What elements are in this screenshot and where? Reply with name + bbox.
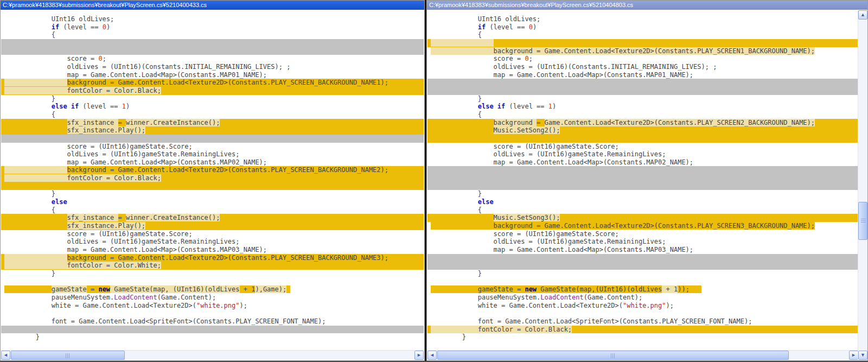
diff-code-line[interactable] xyxy=(427,39,858,47)
code-line[interactable]: UInt16 oldLives; xyxy=(1,15,424,23)
code-line[interactable]: oldLives = (UInt16)gameState.RemainingLi… xyxy=(1,238,424,246)
diff-code-line[interactable]: fontColor = Color.Black; xyxy=(1,174,424,182)
left-horizontal-scrollbar[interactable]: ◄ ► xyxy=(1,350,424,360)
diff-code-line[interactable]: fontColor = Color.White; xyxy=(1,262,424,270)
code-line[interactable]: oldLives = (UInt16)(Constants.INITIAL_RE… xyxy=(427,63,858,71)
code-line[interactable]: { xyxy=(427,206,858,214)
code-line[interactable]: oldLives = (UInt16)gameState.RemainingLi… xyxy=(427,150,858,158)
left-horizontal-scroll-thumb[interactable] xyxy=(11,351,125,360)
code-line[interactable]: map = Game.Content.Load<Map>(Constants.M… xyxy=(1,71,424,79)
code-line[interactable]: map = Game.Content.Load<Map>(Constants.M… xyxy=(1,158,424,167)
diff-gap-row[interactable] xyxy=(427,166,858,174)
code-line[interactable]: font = Game.Content.Load<SpriteFont>(Con… xyxy=(427,317,858,326)
code-line[interactable]: } xyxy=(1,270,424,278)
right-vertical-scroll-thumb[interactable] xyxy=(858,202,867,240)
diff-code-line[interactable]: sfx_instance = winner.CreateInstance(); xyxy=(1,119,424,127)
code-line[interactable]: if (level == 0) xyxy=(427,23,858,31)
code-line[interactable]: score = (UInt16)gameState.Score; xyxy=(427,230,858,238)
diff-gap-row[interactable] xyxy=(427,182,858,190)
diff-gap-row[interactable] xyxy=(1,326,424,334)
diff-gap-row[interactable] xyxy=(427,79,858,87)
code-line[interactable]: else if (level == 1) xyxy=(427,103,858,111)
right-pane-scroll-left-button[interactable]: ◄ xyxy=(427,351,437,360)
diff-code-line[interactable] xyxy=(427,135,858,143)
diff-code-line[interactable]: background = Game.Content.Load<Texture2D… xyxy=(1,79,424,87)
code-line[interactable]: { xyxy=(427,31,858,39)
code-line[interactable]: map = Game.Content.Load<Map>(Constants.M… xyxy=(427,71,858,79)
diff-code-line[interactable]: sfx_instance = winner.CreateInstance(); xyxy=(1,214,424,222)
diff-code-line[interactable]: background = Game.Content.Load<Texture2D… xyxy=(1,166,424,174)
diff-code-line[interactable]: gameState = new GameState(map,(UInt16)(o… xyxy=(427,285,858,294)
right-horizontal-scroll-thumb[interactable] xyxy=(437,351,789,360)
code-line[interactable]: white = Game.Content.Load<Texture2D>("wh… xyxy=(427,302,858,310)
diff-gap-row[interactable] xyxy=(427,254,858,262)
right-file-header[interactable]: C:¥pramook¥418383¥submissions¥breakout¥P… xyxy=(427,1,867,10)
code-line[interactable]: { xyxy=(1,206,424,214)
code-line[interactable]: pauseMenuSystem.LoadContent(Game.Content… xyxy=(427,294,858,302)
right-code-area[interactable]: UInt16 oldLives; if (level == 0) { backg… xyxy=(427,10,858,350)
code-line[interactable]: { xyxy=(1,31,424,39)
diff-code-line[interactable]: background = Game.Content.Load<Texture2D… xyxy=(427,47,858,55)
diff-gap-row[interactable] xyxy=(427,262,858,270)
code-line[interactable]: score = 0; xyxy=(427,55,858,63)
right-horizontal-scrollbar[interactable]: ◄ ► xyxy=(427,350,858,360)
code-line[interactable] xyxy=(427,278,858,286)
code-line[interactable]: } xyxy=(1,190,424,198)
diff-gap-row[interactable] xyxy=(1,39,424,47)
code-line[interactable]: map = Game.Content.Load<Map>(Constants.M… xyxy=(427,158,858,167)
code-line[interactable] xyxy=(427,309,858,317)
diff-code-line[interactable] xyxy=(1,182,424,190)
diff-code-line[interactable]: fontColor = Color.Black; xyxy=(427,326,858,334)
code-line[interactable]: } xyxy=(1,95,424,103)
code-line[interactable]: score = (UInt16)gameState.Score; xyxy=(1,143,424,151)
code-line[interactable] xyxy=(1,309,424,317)
diff-code-line[interactable]: background = Game.Content.Load<Texture2D… xyxy=(427,222,858,230)
left-code-area[interactable]: UInt16 oldLives; if (level == 0) { score… xyxy=(1,10,424,350)
code-line[interactable]: white = Game.Content.Load<Texture2D>("wh… xyxy=(1,302,424,310)
code-line[interactable]: } xyxy=(427,333,858,341)
left-pane-scroll-right-button[interactable]: ► xyxy=(414,351,424,360)
diff-code-line[interactable]: Music.SetSong2(); xyxy=(427,126,858,135)
code-segment: { xyxy=(431,111,482,118)
code-line[interactable]: { xyxy=(427,111,858,119)
code-line[interactable]: font = Game.Content.Load<SpriteFont>(Con… xyxy=(1,317,424,326)
code-line[interactable]: else xyxy=(1,198,424,206)
right-pane-scroll-down-button[interactable]: ▼ xyxy=(858,351,867,360)
code-line[interactable]: if (level == 0) xyxy=(1,23,424,31)
diff-code-line[interactable]: sfx_instance.Play(); xyxy=(1,222,424,230)
diff-code-line[interactable]: sfx_instance.Play(); xyxy=(1,126,424,135)
diff-gap-row[interactable] xyxy=(1,135,424,143)
code-line[interactable]: score = 0; xyxy=(1,55,424,63)
right-vertical-scrollbar[interactable]: ▲ ▼ xyxy=(858,10,867,360)
code-segment: sfx_instance xyxy=(67,214,118,221)
code-line[interactable]: oldLives = (UInt16)(Constants.INITIAL_RE… xyxy=(1,63,424,71)
right-pane-scroll-right-button[interactable]: ► xyxy=(849,351,858,360)
diff-code-line[interactable]: Music.SetSong3(); xyxy=(427,214,858,222)
code-line[interactable]: score = (UInt16)gameState.Score; xyxy=(427,143,858,151)
right-pane-scroll-up-button[interactable]: ▲ xyxy=(858,10,867,20)
diff-code-line[interactable]: background = Game.Content.Load<Texture2D… xyxy=(427,119,858,127)
left-file-header[interactable]: C:¥pramook¥418383¥submissions¥breakout¥P… xyxy=(1,1,424,10)
code-line[interactable]: score = (UInt16)gameState.Score; xyxy=(1,230,424,238)
diff-gap-row[interactable] xyxy=(1,47,424,55)
diff-gap-row[interactable] xyxy=(427,87,858,95)
code-line[interactable]: } xyxy=(427,190,858,198)
code-line[interactable]: else if (level == 1) xyxy=(1,103,424,111)
code-line[interactable]: map = Game.Content.Load<Map>(Constants.M… xyxy=(427,246,858,254)
code-line[interactable]: else xyxy=(427,198,858,206)
code-line[interactable]: UInt16 oldLives; xyxy=(427,15,858,23)
code-line[interactable]: { xyxy=(1,111,424,119)
code-line[interactable] xyxy=(1,278,424,286)
code-line[interactable]: } xyxy=(427,270,858,278)
diff-gap-row[interactable] xyxy=(427,174,858,182)
code-line[interactable]: } xyxy=(427,95,858,103)
code-line[interactable]: pauseMenuSystem.LoadContent(Game.Content… xyxy=(1,294,424,302)
diff-code-line[interactable]: gameState = new GameState(map, (UInt16)(… xyxy=(1,285,424,294)
diff-code-line[interactable]: fontColor = Color.Black; xyxy=(1,87,424,95)
code-line[interactable]: map = Game.Content.Load<Map>(Constants.M… xyxy=(1,246,424,254)
diff-code-line[interactable]: background = Game.Content.Load<Texture2D… xyxy=(1,254,424,262)
code-line[interactable]: oldLives = (UInt16)gameState.RemainingLi… xyxy=(1,150,424,158)
left-pane-scroll-left-button[interactable]: ◄ xyxy=(1,351,10,360)
code-line[interactable]: oldLives = (UInt16)gameState.RemainingLi… xyxy=(427,238,858,246)
code-line[interactable]: } xyxy=(1,333,424,341)
